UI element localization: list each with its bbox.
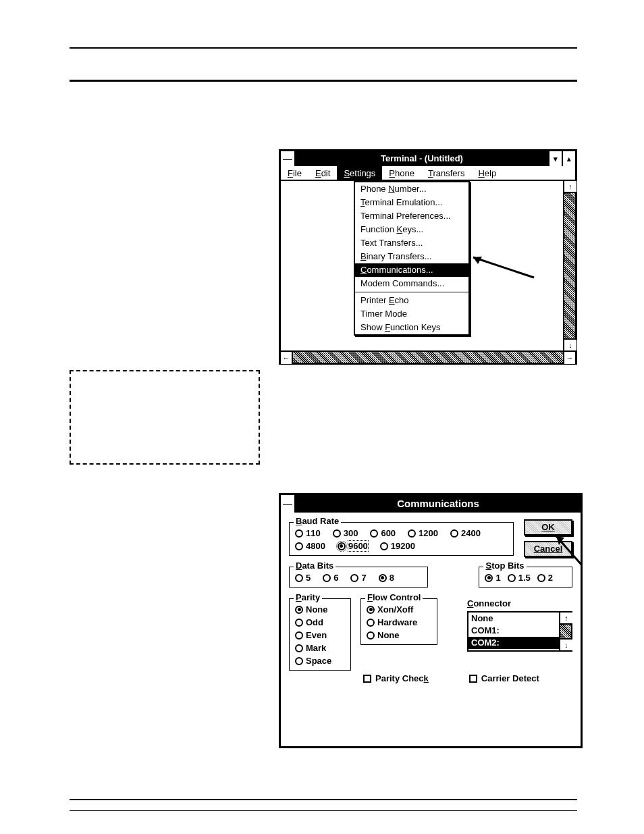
ok-button[interactable]: OK <box>524 519 572 536</box>
terminal-title: Terminal - (Untitled) <box>296 151 548 166</box>
minimize-button[interactable]: ▾ <box>548 151 562 166</box>
radio-icon <box>367 606 375 614</box>
note-box <box>70 370 260 465</box>
radio-icon <box>295 631 303 640</box>
radio-icon <box>537 574 545 582</box>
stop-bits-group: Stop Bits 1 1.5 2 <box>479 567 572 588</box>
sysmenu-glyph: — <box>283 498 292 509</box>
baud-600[interactable]: 600 <box>370 528 396 538</box>
menu-help[interactable]: Help <box>471 166 503 180</box>
stopbits-2[interactable]: 2 <box>537 573 553 583</box>
baud-300[interactable]: 300 <box>333 528 358 538</box>
parity-mark[interactable]: Mark <box>295 643 345 653</box>
scroll-up-icon[interactable]: ↑ <box>564 181 576 193</box>
dialog-system-menu-icon[interactable]: — <box>281 495 296 513</box>
radio-icon <box>333 529 341 538</box>
menubar: File Edit Settings Phone Transfers Help <box>281 166 575 181</box>
connector-label: Connector <box>467 598 572 608</box>
flow-none[interactable]: None <box>367 630 431 640</box>
databits-6[interactable]: 6 <box>323 573 338 583</box>
radio-icon <box>450 529 458 538</box>
radio-icon <box>350 574 358 582</box>
radio-icon <box>379 574 387 582</box>
scroll-left-icon[interactable]: ← <box>281 352 293 364</box>
menu-edit[interactable]: Edit <box>308 166 337 180</box>
baud-1200[interactable]: 1200 <box>408 528 438 538</box>
rule-top-thin <box>70 47 577 49</box>
menu-transfers[interactable]: Transfers <box>421 166 471 180</box>
databits-7[interactable]: 7 <box>350 573 366 583</box>
radio-icon <box>485 574 493 582</box>
dd-timer-mode[interactable]: Timer Mode <box>355 307 468 321</box>
radio-icon <box>295 606 303 614</box>
flow-xonxoff[interactable]: Xon/Xoff <box>367 604 431 615</box>
baud-options: 110 300 600 1200 2400 4800 9600 19200 <box>295 528 508 551</box>
databits-8[interactable]: 8 <box>379 573 394 583</box>
terminal-titlebar: — Terminal - (Untitled) ▾ ▴ <box>281 151 575 166</box>
flow-hardware[interactable]: Hardware <box>367 617 431 627</box>
radio-icon <box>338 542 346 550</box>
baud-110[interactable]: 110 <box>295 528 321 538</box>
parity-legend: Parity <box>294 592 322 602</box>
radio-icon <box>367 631 375 640</box>
stopbits-1[interactable]: 1 <box>485 573 500 583</box>
connector-item-com1[interactable]: COM1: <box>468 625 559 637</box>
dd-printer-echo[interactable]: Printer Echo <box>355 294 468 307</box>
radio-icon <box>295 574 303 582</box>
scroll-down-icon[interactable]: ↓ <box>560 638 572 650</box>
stopbits-1-5[interactable]: 1.5 <box>508 573 531 583</box>
scroll-track-v[interactable] <box>560 625 571 638</box>
scroll-down-icon[interactable]: ↓ <box>564 338 576 350</box>
baud-19200[interactable]: 19200 <box>380 541 415 551</box>
dd-phone-number[interactable]: Phone Number... <box>355 182 468 196</box>
radio-icon <box>380 542 388 550</box>
dd-show-function-keys[interactable]: Show Function Keys <box>355 321 468 334</box>
data-bits-legend: Data Bits <box>294 561 336 571</box>
stop-bits-legend: Stop Bits <box>483 561 526 571</box>
scroll-up-icon[interactable]: ↑ <box>560 613 572 625</box>
dd-communications[interactable]: Communications... <box>355 263 468 277</box>
dd-modem-commands[interactable]: Modem Commands... <box>355 277 468 290</box>
connector-item-none[interactable]: None <box>468 613 559 625</box>
flow-legend: Flow Control <box>365 592 423 602</box>
databits-5[interactable]: 5 <box>295 573 311 583</box>
connector-item-com2[interactable]: COM2: <box>468 637 559 649</box>
connector-scrollbar[interactable]: ↑ ↓ <box>559 613 571 650</box>
baud-9600[interactable]: 9600 <box>338 541 368 551</box>
communications-title: Communications <box>296 495 581 513</box>
terminal-window: — Terminal - (Untitled) ▾ ▴ File Edit Se… <box>279 149 577 365</box>
radio-icon <box>295 619 303 627</box>
cancel-button[interactable]: Cancel <box>524 541 572 557</box>
menu-phone[interactable]: Phone <box>382 166 421 180</box>
system-menu-icon[interactable]: — <box>281 151 296 166</box>
scroll-right-icon[interactable]: → <box>563 352 575 364</box>
radio-icon <box>408 529 416 538</box>
carrier-detect-checkbox[interactable]: Carrier Detect <box>469 673 539 683</box>
parity-space[interactable]: Space <box>295 656 345 666</box>
dd-function-keys[interactable]: Function Keys... <box>355 223 468 236</box>
horizontal-scrollbar[interactable]: ← → <box>281 350 575 363</box>
vertical-scrollbar[interactable]: ↑ ↓ <box>563 181 575 350</box>
scroll-track-v[interactable] <box>564 193 575 338</box>
dd-terminal-emulation[interactable]: Terminal Emulation... <box>355 196 468 209</box>
parity-check-checkbox[interactable]: Parity Check <box>363 673 429 683</box>
radio-icon <box>295 529 303 538</box>
baud-2400[interactable]: 2400 <box>450 528 481 538</box>
connector-listbox[interactable]: None COM1: COM2: ↑ ↓ <box>467 611 572 652</box>
parity-odd[interactable]: Odd <box>295 617 345 627</box>
baud-4800[interactable]: 4800 <box>295 541 325 551</box>
maximize-button[interactable]: ▴ <box>562 151 575 166</box>
radio-icon <box>295 542 303 550</box>
scroll-track-h[interactable] <box>293 352 563 363</box>
parity-none[interactable]: None <box>295 604 345 615</box>
menu-settings[interactable]: Settings <box>337 166 382 180</box>
data-bits-group: Data Bits 5 6 7 8 <box>289 567 428 588</box>
dd-terminal-preferences[interactable]: Terminal Preferences... <box>355 209 468 223</box>
parity-even[interactable]: Even <box>295 630 345 640</box>
dd-text-transfers[interactable]: Text Transfers... <box>355 236 468 250</box>
settings-dropdown: Phone Number... Terminal Emulation... Te… <box>354 181 470 336</box>
dd-binary-transfers[interactable]: Binary Transfers... <box>355 250 468 263</box>
sysmenu-glyph: — <box>283 153 292 164</box>
communications-dialog: — Communications OK Cancel Baud Rate 110… <box>279 493 583 748</box>
menu-file[interactable]: File <box>281 166 308 180</box>
